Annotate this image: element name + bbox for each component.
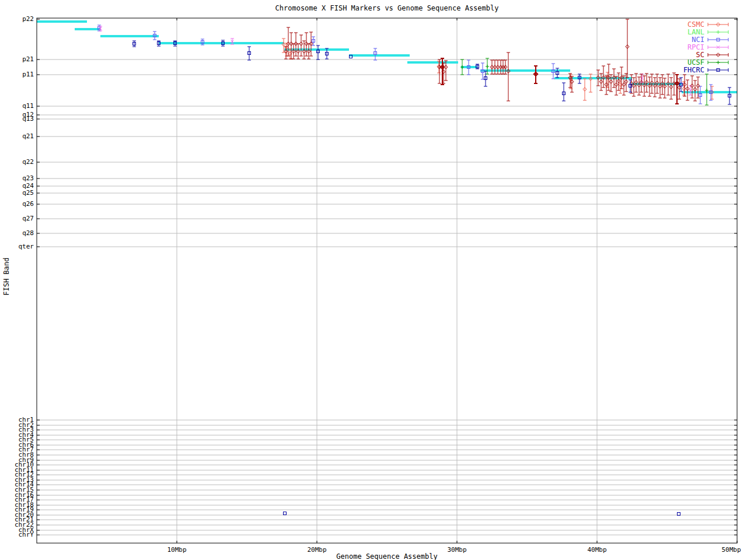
legend-label-rpci: RPCI [687,44,704,51]
x-tick-label-40Mbp: 40Mbp [587,546,606,554]
y-tick-label-q13: q13 [22,116,34,122]
y-tick-label-q26: q26 [22,201,34,207]
marker-plus [717,30,720,34]
y-tick-label-p11: p11 [22,71,34,78]
x-axis-label: Genome Sequence Assembly [336,552,437,560]
y-tick-label-q22: q22 [22,159,34,165]
y-tick-label-p21: p21 [22,56,34,62]
x-tick-label-10Mbp: 10Mbp [167,546,186,554]
marker-square [284,512,287,515]
plot-canvas [0,0,747,560]
x-tick-label-50Mbp: 50Mbp [721,546,741,554]
y-tick-label-chrY: chrY [19,531,34,538]
marker-plus [717,61,720,64]
legend-label-ucsf: UCSF [687,59,704,66]
y-tick-label-q21: q21 [22,133,34,139]
y-tick-label-p22: p22 [22,16,34,22]
legend-label-nci: NCI [692,36,704,43]
plot-border [37,18,737,543]
y-tick-label-q24: q24 [22,183,34,189]
y-tick-label-q28: q28 [22,230,34,236]
y-axis-label: FISH Band [2,257,11,295]
fish-marker-chart: Chromosome X FISH Markers vs Genome Sequ… [0,0,747,560]
x-tick-label-30Mbp: 30Mbp [447,546,466,554]
chart-title: Chromosome X FISH Markers vs Genome Sequ… [275,4,499,12]
y-tick-label-q23: q23 [22,175,34,181]
legend-label-fhcrc: FHCRC [683,66,704,74]
legend-label-lanl: LANL [687,29,704,36]
y-tick-label-q27: q27 [22,215,34,222]
legend-label-sc: SC [696,51,704,58]
y-tick-label-q11: q11 [22,103,34,109]
marker-plus [486,65,489,68]
x-tick-label-20Mbp: 20Mbp [307,546,326,554]
y-tick-label-qter: qter [19,243,34,250]
marker-plus [460,65,464,69]
legend-label-csmc: CSMC [687,21,704,28]
y-tick-label-q25: q25 [22,190,34,196]
